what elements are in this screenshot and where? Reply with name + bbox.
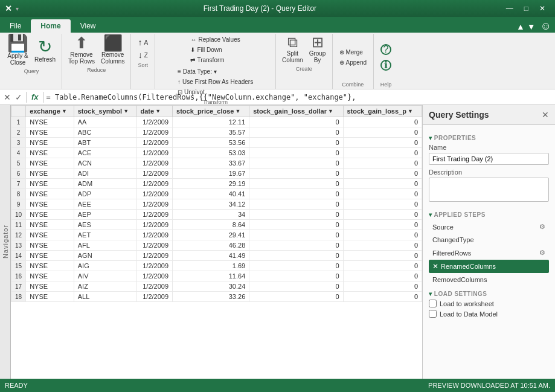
- applied-step-changedtype[interactable]: ChangedType: [429, 234, 549, 246]
- gain-pct-cell: 0: [343, 240, 422, 251]
- gain-pct-cell: 0: [343, 210, 422, 220]
- col-gain-dollar[interactable]: stock_gain_loss_dollar▼: [249, 106, 343, 117]
- applied-step-filteredrows[interactable]: FilteredRows ⚙: [429, 246, 549, 259]
- col-date[interactable]: date▼: [136, 106, 173, 117]
- step-gear-icon[interactable]: ⚙: [539, 223, 545, 231]
- refresh-icon: ↻: [38, 39, 52, 56]
- row-num-cell: 2: [11, 127, 26, 138]
- gain-pct-cell: 0: [343, 292, 422, 302]
- split-column-button[interactable]: ⧉ SplitColumn: [280, 34, 305, 65]
- merge-button[interactable]: ⊗ Merge: [336, 48, 370, 57]
- gain-pct-cell: 0: [343, 220, 422, 230]
- ribbon-collapse-up[interactable]: ▲: [516, 22, 525, 31]
- col-gain-pct[interactable]: stock_gain_loss_p▼: [343, 106, 422, 117]
- date-cell: 1/2/2009: [136, 240, 173, 251]
- query-settings-header: Query Settings ✕: [423, 105, 555, 125]
- date-filter-icon[interactable]: ▼: [155, 108, 161, 114]
- sort-asc-button[interactable]: ↑ A: [135, 36, 151, 48]
- grid-scroll[interactable]: exchange▼ stock_symbol▼ date▼ stock_pric…: [11, 105, 422, 379]
- gain-dollar-cell: 0: [249, 138, 343, 148]
- desc-field-label: Description: [429, 169, 549, 176]
- gain-dollar-filter-icon[interactable]: ▼: [328, 108, 333, 114]
- gain-pct-cell: 0: [343, 117, 422, 127]
- row-num-cell: 15: [11, 261, 26, 271]
- formula-cancel-icon[interactable]: ✕: [2, 92, 12, 102]
- append-button[interactable]: ⊕ Append: [336, 58, 370, 67]
- load-data-model-checkbox[interactable]: [429, 310, 437, 318]
- exchange-cell: NYSE: [26, 240, 74, 251]
- step-name: ChangedType: [432, 236, 474, 243]
- row-num-cell: 10: [11, 210, 26, 220]
- step-left: FilteredRows: [432, 249, 471, 257]
- gain-pct-filter-icon[interactable]: ▼: [408, 108, 413, 114]
- ribbon-group-query: 💾 Apply &Close ↻ Refresh Query: [1, 34, 62, 89]
- ribbon-collapse-down[interactable]: ▼: [527, 22, 536, 31]
- maximize-button[interactable]: □: [519, 3, 533, 14]
- load-data-model-row: Load to Data Model: [429, 310, 549, 318]
- transform-items: ↔ Replace Values ⬇ Fill Down ⇄ Transform: [187, 34, 243, 66]
- help-button[interactable]: ?: [377, 43, 394, 56]
- load-worksheet-checkbox[interactable]: [429, 300, 437, 307]
- query-name-input[interactable]: [429, 153, 549, 165]
- col-exchange[interactable]: exchange▼: [26, 106, 74, 117]
- header-row: exchange▼ stock_symbol▼ date▼ stock_pric…: [11, 106, 422, 117]
- exchange-cell: NYSE: [26, 127, 74, 138]
- exchange-filter-icon[interactable]: ▼: [62, 108, 67, 114]
- title-bar: ✕ ▾ First Trading Day (2) - Query Editor…: [0, 0, 555, 17]
- group-by-button[interactable]: ⊞ GroupBy: [307, 34, 329, 65]
- query-desc-textarea[interactable]: [429, 178, 549, 202]
- gain-dollar-cell: 0: [249, 271, 343, 281]
- remove-top-rows-button[interactable]: ⬆ RemoveTop Rows: [66, 34, 97, 66]
- gain-pct-cell: 0: [343, 169, 422, 179]
- fill-down-button[interactable]: ⬇ Fill Down: [187, 45, 243, 54]
- col-price-close[interactable]: stock_price_close▼: [173, 106, 249, 117]
- tab-home[interactable]: Home: [31, 19, 70, 33]
- sort-desc-button[interactable]: ↓ Z: [135, 49, 151, 61]
- table-row: 3 NYSE ABT 1/2/2009 53.56 0 0: [11, 138, 422, 148]
- price-cell: 33.26: [173, 292, 249, 302]
- date-cell: 1/2/2009: [136, 138, 173, 148]
- window-title: First Trading Day (2) - Query Editor: [204, 4, 316, 13]
- row-num-cell: 8: [11, 189, 26, 199]
- info-button[interactable]: ℹ: [377, 59, 394, 72]
- col-stock-symbol[interactable]: stock_symbol▼: [74, 106, 136, 117]
- refresh-button[interactable]: ↻ Refresh: [32, 37, 58, 64]
- replace-values-button[interactable]: ↔ Replace Values: [187, 35, 243, 44]
- applied-step-renamedcolumns[interactable]: ✕ RenamedColumns: [429, 260, 549, 273]
- tab-view[interactable]: View: [71, 19, 106, 33]
- row-num-cell: 11: [11, 220, 26, 230]
- remove-columns-button[interactable]: ⬛ RemoveColumns: [98, 34, 127, 66]
- tab-file[interactable]: File: [0, 19, 31, 33]
- table-row: 12 NYSE AET 1/2/2009 29.41 0 0: [11, 230, 422, 240]
- applied-step-source[interactable]: Source ⚙: [429, 220, 549, 233]
- applied-step-removedcolumns[interactable]: RemovedColumns: [429, 274, 549, 286]
- date-cell: 1/2/2009: [136, 189, 173, 199]
- query-settings-close[interactable]: ✕: [542, 110, 549, 120]
- step-name: RenamedColumns: [441, 263, 496, 270]
- exchange-label: exchange: [30, 108, 60, 115]
- data-type-button[interactable]: ≡ Data Type: ▾: [175, 67, 256, 76]
- formula-divider: [26, 92, 27, 103]
- ribbon-group-create: ⧉ SplitColumn ⊞ GroupBy Create: [276, 34, 332, 89]
- navigator[interactable]: Navigator: [0, 105, 11, 379]
- reduce-group-label: Reduce: [87, 67, 106, 73]
- minimize-button[interactable]: —: [501, 3, 518, 14]
- apply-close-button[interactable]: 💾 Apply &Close: [5, 34, 31, 67]
- stock-symbol-filter-icon[interactable]: ▼: [123, 108, 129, 114]
- formula-confirm-icon[interactable]: ✓: [14, 92, 24, 102]
- table-row: 17 NYSE AIZ 1/2/2009 30.24 0 0: [11, 281, 422, 292]
- table-row: 2 NYSE ABC 1/2/2009 35.57 0 0: [11, 127, 422, 138]
- fill-down-label: Fill Down: [197, 47, 222, 53]
- price-cell: 41.49: [173, 251, 249, 261]
- transform-button[interactable]: ⇄ Transform: [187, 56, 243, 65]
- unpivot-button[interactable]: ⊡ Unpivot: [175, 88, 256, 97]
- use-first-row-button[interactable]: ↑ Use First Row As Headers: [175, 77, 256, 86]
- price-close-filter-icon[interactable]: ▼: [235, 108, 240, 114]
- formula-content[interactable]: = Table.RenameColumns(FilteredRows,{{"Ne…: [47, 93, 553, 101]
- use-first-row-label: Use First Row As Headers: [182, 79, 253, 85]
- close-button[interactable]: ✕: [534, 3, 550, 14]
- exchange-cell: NYSE: [26, 261, 74, 271]
- account-icon[interactable]: ☺: [541, 20, 551, 33]
- step-gear-icon[interactable]: ⚙: [539, 249, 545, 257]
- exchange-cell: NYSE: [26, 292, 74, 302]
